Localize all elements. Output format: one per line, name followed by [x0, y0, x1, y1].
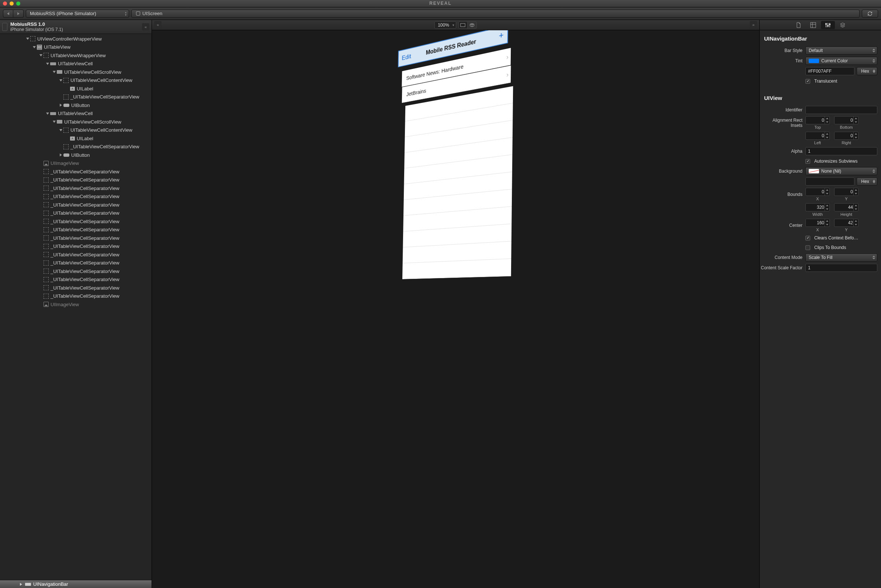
bounds-h-field[interactable]: 44: [834, 203, 859, 212]
inset-top-field[interactable]: 0: [805, 116, 830, 124]
stepper-icon[interactable]: [853, 117, 858, 124]
disclosure-icon[interactable]: [39, 54, 42, 57]
expand-right-button[interactable]: »: [750, 21, 757, 28]
view-3d-button[interactable]: [467, 22, 476, 28]
inspector-tab-layout[interactable]: [806, 21, 820, 29]
tree-row[interactable]: _UITableViewCellSeparatorView: [0, 292, 151, 301]
tree-row[interactable]: _UITableViewCellSeparatorView: [0, 250, 151, 259]
stepper-icon[interactable]: [853, 219, 858, 226]
translucent-checkbox[interactable]: [805, 79, 810, 84]
inset-left-field[interactable]: 0: [805, 132, 830, 140]
tree-row[interactable]: _UITableViewCellSeparatorView: [0, 217, 151, 226]
hierarchy-selected-row[interactable]: UINavigationBar: [0, 580, 151, 588]
tint-hex-field[interactable]: #FF007AFF: [805, 67, 854, 75]
tree-row[interactable]: UIButton: [0, 101, 151, 110]
hex-format-button[interactable]: Hex: [857, 67, 877, 75]
stepper-icon[interactable]: [824, 117, 829, 124]
bounds-y-field[interactable]: 0: [834, 188, 859, 196]
stepper-icon[interactable]: [824, 132, 829, 140]
tint-select[interactable]: Current Color: [805, 57, 877, 65]
zoom-dropdown[interactable]: 100%: [435, 21, 456, 29]
clips-bounds-checkbox[interactable]: [805, 245, 810, 250]
bounds-w-field[interactable]: 320: [805, 203, 830, 212]
tree-row[interactable]: _UITableViewCellSeparatorView: [0, 93, 151, 102]
stepper-icon[interactable]: [824, 219, 829, 226]
tree-row[interactable]: AUILabel: [0, 84, 151, 93]
nav-back-button[interactable]: [3, 10, 13, 18]
clears-context-checkbox[interactable]: [805, 236, 810, 240]
tree-row[interactable]: UITableViewCellContentView: [0, 76, 151, 85]
zoom-window-button[interactable]: [16, 2, 20, 6]
expand-left-button[interactable]: «: [154, 21, 162, 28]
tree-row[interactable]: _UITableViewCellSeparatorView: [0, 192, 151, 201]
tree-row[interactable]: UITableViewCell: [0, 60, 151, 68]
scale-factor-field[interactable]: 1: [805, 264, 877, 272]
stepper-icon[interactable]: [824, 188, 829, 195]
tree-row[interactable]: _UITableViewCellSeparatorView: [0, 259, 151, 267]
tree-row[interactable]: _UITableViewCellSeparatorView: [0, 201, 151, 209]
tree-row[interactable]: _UITableViewCellSeparatorView: [0, 176, 151, 184]
content-mode-select[interactable]: Scale To Fill: [805, 254, 877, 261]
inspector-tab-identity[interactable]: [791, 21, 805, 29]
view-mode-toggle[interactable]: [458, 21, 477, 29]
inset-bottom-field[interactable]: 0: [834, 116, 859, 124]
alpha-field[interactable]: 1: [805, 147, 877, 155]
center-x-field[interactable]: 160: [805, 219, 830, 227]
disclosure-icon[interactable]: [53, 71, 56, 73]
tree-row[interactable]: UITableView: [0, 43, 151, 52]
breadcrumb-bar[interactable]: UIScreen: [131, 10, 860, 18]
disclosure-icon[interactable]: [46, 63, 49, 65]
disclosure-icon[interactable]: [26, 38, 29, 40]
collapse-sidebar-button[interactable]: «: [142, 23, 149, 31]
tree-row[interactable]: _UITableViewCellSeparatorView: [0, 209, 151, 218]
inspector-body[interactable]: UINavigationBar Bar Style Default Tint C…: [760, 30, 881, 588]
background-select[interactable]: None (Nil): [805, 167, 877, 175]
disclosure-icon[interactable]: [53, 121, 56, 123]
tree-row[interactable]: UIButton: [0, 151, 151, 159]
tree-row[interactable]: AUILabel: [0, 134, 151, 143]
disclosure-icon[interactable]: [60, 104, 62, 106]
stepper-icon[interactable]: [853, 132, 858, 140]
disclosure-icon[interactable]: [46, 112, 49, 115]
autoresize-checkbox[interactable]: [805, 159, 810, 164]
disclosure-icon[interactable]: [60, 153, 62, 156]
tree-row[interactable]: UITableViewWrapperView: [0, 51, 151, 60]
tree-row[interactable]: _UITableViewCellSeparatorView: [0, 226, 151, 234]
tree-row[interactable]: UITableViewCell: [0, 110, 151, 118]
canvas-3d-view[interactable]: Edit Mobile RSS Reader + Software News: …: [152, 30, 759, 588]
tree-row[interactable]: _UITableViewCellSeparatorView: [0, 267, 151, 276]
tree-row[interactable]: _UITableViewCellSeparatorView: [0, 184, 151, 192]
tree-row[interactable]: _UITableViewCellSeparatorView: [0, 276, 151, 284]
tree-row[interactable]: _UITableViewCellSeparatorView: [0, 168, 151, 176]
stepper-icon[interactable]: [853, 204, 858, 211]
tree-row[interactable]: UIImageView: [0, 300, 151, 309]
nav-forward-button[interactable]: [13, 10, 24, 18]
tree-row[interactable]: UIImageView: [0, 159, 151, 168]
background-hex-field[interactable]: [805, 177, 854, 186]
tree-row[interactable]: UITableViewCellScrollView: [0, 68, 151, 76]
bounds-x-field[interactable]: 0: [805, 188, 830, 196]
tree-row[interactable]: UITableViewCellScrollView: [0, 118, 151, 126]
view-hierarchy-tree[interactable]: UIViewControllerWrapperViewUITableViewUI…: [0, 34, 151, 580]
disclosure-icon[interactable]: [59, 79, 62, 81]
refresh-button[interactable]: [862, 10, 878, 18]
minimize-window-button[interactable]: [10, 2, 13, 6]
stepper-icon[interactable]: [853, 188, 858, 195]
disclosure-icon[interactable]: [59, 129, 62, 131]
identifier-field[interactable]: [805, 106, 877, 114]
target-dropdown[interactable]: MobiusRSS (iPhone Simulator) ▴▾: [26, 10, 129, 18]
disclosure-icon[interactable]: [33, 46, 36, 48]
hex-format-button[interactable]: Hex: [857, 177, 877, 186]
stepper-icon[interactable]: [824, 204, 829, 211]
close-window-button[interactable]: [3, 2, 7, 6]
inset-right-field[interactable]: 0: [834, 132, 859, 140]
center-y-field[interactable]: 42: [834, 219, 859, 227]
tree-row[interactable]: _UITableViewCellSeparatorView: [0, 234, 151, 242]
tree-row[interactable]: _UITableViewCellSeparatorView: [0, 242, 151, 251]
inspector-tab-attributes[interactable]: [821, 21, 835, 29]
view-2d-button[interactable]: [459, 22, 467, 28]
tree-row[interactable]: _UITableViewCellSeparatorView: [0, 284, 151, 292]
tree-row[interactable]: UIViewControllerWrapperView: [0, 34, 151, 43]
tree-row[interactable]: UITableViewCellContentView: [0, 126, 151, 135]
bar-style-select[interactable]: Default: [805, 46, 877, 55]
